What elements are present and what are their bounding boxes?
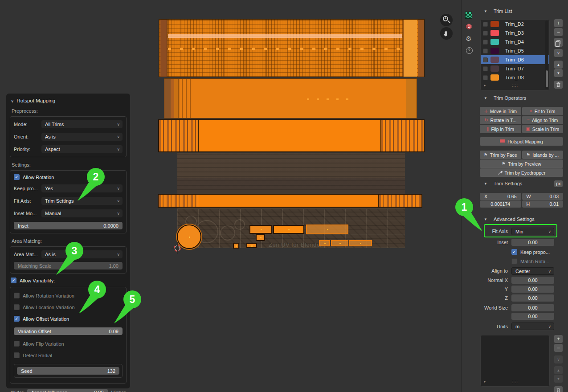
remove-trim-button[interactable]: − bbox=[554, 28, 563, 36]
uv-island-grid-block[interactable] bbox=[159, 19, 425, 77]
match-rotation-checkbox-row[interactable]: Match Rota... bbox=[511, 258, 549, 264]
trim-visibility-checkbox[interactable] bbox=[483, 57, 488, 62]
allow-rotation-checkbox[interactable] bbox=[14, 174, 20, 180]
trim-visibility-checkbox[interactable] bbox=[483, 66, 488, 71]
expand-triangle-icon[interactable]: ► bbox=[483, 380, 486, 383]
trim-list-row[interactable]: Trim_D5 bbox=[481, 46, 549, 55]
priority-dropdown[interactable]: Aspect∨ bbox=[41, 145, 123, 153]
uv-island-thin-band[interactable] bbox=[158, 194, 422, 208]
align-to-dropdown[interactable]: Center∨ bbox=[511, 267, 554, 275]
trim-visibility-checkbox[interactable] bbox=[483, 40, 488, 45]
add-trim-button[interactable]: + bbox=[554, 19, 563, 27]
trim-list-row[interactable]: Trim_D2 bbox=[481, 20, 549, 29]
px-units-button[interactable]: px bbox=[554, 180, 563, 187]
normal-y-field[interactable]: 0.00 bbox=[511, 286, 554, 293]
scale-in-trim-button[interactable]: ▣Scale in Trim bbox=[522, 125, 564, 133]
trim-visibility-checkbox[interactable] bbox=[483, 49, 488, 53]
package-icon[interactable] bbox=[465, 22, 473, 30]
secondary-remove-button[interactable]: − bbox=[554, 344, 563, 352]
fit-to-trim-button[interactable]: ×Fit to Trim bbox=[522, 107, 564, 115]
trim-settings-header[interactable]: ▼ Trim Settings bbox=[484, 181, 522, 186]
gear-icon[interactable]: ⚙ bbox=[465, 35, 473, 43]
trim-y-field[interactable]: 0.000174 bbox=[480, 200, 521, 208]
duplicate-trim-button[interactable] bbox=[554, 38, 563, 47]
trim-visibility-checkbox[interactable] bbox=[483, 75, 488, 80]
rotate-in-trim-button[interactable]: ↻Rotate in T... bbox=[480, 116, 521, 124]
trim-color-swatch[interactable] bbox=[490, 21, 499, 27]
trim-w-field[interactable]: W0.03 bbox=[522, 193, 564, 200]
align-to-trim-button[interactable]: ≡Align to Trim bbox=[522, 116, 564, 124]
islands-by-button[interactable]: ⚑Islands by ... bbox=[522, 151, 564, 159]
secondary-delete-button[interactable] bbox=[554, 386, 563, 392]
secondary-list[interactable]: ►:::: bbox=[480, 335, 550, 387]
move-down-button[interactable]: ▼ bbox=[554, 69, 563, 77]
uv-island-rect[interactable] bbox=[306, 225, 348, 234]
normal-z-field[interactable]: 0.00 bbox=[511, 294, 554, 302]
uv-island-rect[interactable] bbox=[331, 240, 348, 246]
keep-proportion-dropdown[interactable]: Yes∨ bbox=[41, 184, 123, 192]
uv-island-rect[interactable] bbox=[349, 240, 372, 246]
trim-color-swatch[interactable] bbox=[490, 48, 499, 54]
trim-color-swatch[interactable] bbox=[490, 39, 499, 45]
flip-in-trim-button[interactable]: ∥Flip in Trim bbox=[480, 125, 521, 133]
keep-proportion-checkbox-row[interactable]: Keep propo... bbox=[511, 249, 550, 255]
pan-button[interactable] bbox=[440, 27, 453, 40]
fit-axis-dropdown-left[interactable]: Trim Settings∨ bbox=[41, 197, 123, 205]
trim-visibility-checkbox[interactable] bbox=[483, 31, 488, 36]
detect-radial-row[interactable]: Detect Radial bbox=[14, 352, 123, 358]
uv-island-rect[interactable] bbox=[233, 243, 239, 249]
world-size-field-1[interactable]: 0.00 bbox=[511, 304, 554, 311]
resize-grip[interactable]: :::: bbox=[512, 380, 518, 384]
secondary-move-down-button[interactable]: ▼ bbox=[554, 375, 563, 383]
matching-scale-slider[interactable]: Matching Scale1.00 bbox=[14, 262, 123, 270]
allow-flip-variation-row[interactable]: Allow Flip Variation bbox=[14, 341, 123, 347]
trim-operators-header[interactable]: ▼ Trim Operators bbox=[484, 95, 526, 101]
uv-island-rect[interactable] bbox=[249, 225, 272, 234]
expand-triangle-icon[interactable]: ► bbox=[483, 84, 486, 87]
allow-flip-variation-checkbox[interactable] bbox=[14, 341, 20, 347]
trim-color-swatch[interactable] bbox=[490, 65, 499, 72]
seed-slider[interactable]: Seed132 bbox=[17, 367, 119, 375]
zoom-button[interactable] bbox=[440, 14, 453, 26]
trim-by-eyedropper-button[interactable]: Trim by Eyedropper bbox=[480, 168, 563, 177]
allow-location-variation-row[interactable]: Allow Location Variation bbox=[14, 304, 123, 310]
trim-x-field[interactable]: X0.65 bbox=[480, 193, 521, 200]
inset-slider[interactable]: Inset0.0000 bbox=[14, 222, 123, 229]
trim-list-header[interactable]: ▼ Trim List bbox=[484, 8, 512, 14]
trim-color-swatch[interactable] bbox=[490, 74, 499, 81]
normal-x-field[interactable]: 0.00 bbox=[511, 277, 554, 284]
trim-list-row[interactable]: Trim_D8 bbox=[481, 73, 549, 82]
fit-axis-dropdown[interactable]: Min∨ bbox=[511, 228, 554, 235]
trim-visibility-checkbox[interactable] bbox=[483, 22, 488, 27]
secondary-menu-button[interactable]: ∨ bbox=[554, 355, 563, 363]
allow-rotation-variation-row[interactable]: Allow Rotation Variation bbox=[14, 293, 123, 298]
panel-header[interactable]: ∨ Hotspot Mapping bbox=[10, 97, 127, 103]
allow-rotation-row[interactable]: Allow Rotation bbox=[14, 174, 123, 180]
trim-color-swatch[interactable] bbox=[490, 30, 499, 36]
orient-dropdown[interactable]: As is∨ bbox=[41, 133, 123, 141]
secondary-add-button[interactable]: + bbox=[554, 335, 563, 343]
help-icon[interactable]: ? bbox=[465, 46, 473, 54]
trim-list-menu-button[interactable]: ∨ bbox=[554, 49, 563, 57]
uv-island-rect[interactable] bbox=[246, 243, 257, 248]
trim-list-scrollbar[interactable] bbox=[545, 20, 548, 89]
trim-h-field[interactable]: H0.01 bbox=[522, 200, 564, 208]
match-rotation-checkbox[interactable] bbox=[511, 258, 517, 264]
uv-island-solid-band[interactable] bbox=[164, 78, 417, 118]
detect-radial-checkbox[interactable] bbox=[14, 352, 20, 358]
allow-variability-row[interactable]: Allow Variability: bbox=[11, 278, 126, 283]
aspect-influence-slider[interactable]: Aspect Influence0.00 bbox=[27, 389, 108, 392]
allow-offset-variation-row[interactable]: Allow Offset Variation bbox=[14, 316, 123, 322]
variation-offset-slider[interactable]: Variation Offset0.09 bbox=[14, 327, 123, 335]
allow-rotation-variation-checkbox[interactable] bbox=[14, 293, 20, 298]
uv-island-rect[interactable] bbox=[256, 234, 265, 241]
allow-location-variation-checkbox[interactable] bbox=[14, 304, 20, 310]
keep-proportion-checkbox[interactable] bbox=[511, 249, 517, 255]
move-in-trim-button[interactable]: ✛Move in Trim bbox=[480, 107, 521, 115]
delete-trim-button[interactable] bbox=[554, 81, 563, 89]
trim-list-row[interactable]: Trim_D7 bbox=[481, 64, 549, 73]
inset-field[interactable]: 0.00 bbox=[511, 239, 554, 246]
hotspot-mapping-button[interactable]: Hotspot Mapping bbox=[480, 137, 563, 146]
trim-list-row[interactable]: Trim_D4 bbox=[481, 37, 549, 46]
uv-island-rect[interactable] bbox=[319, 240, 330, 246]
